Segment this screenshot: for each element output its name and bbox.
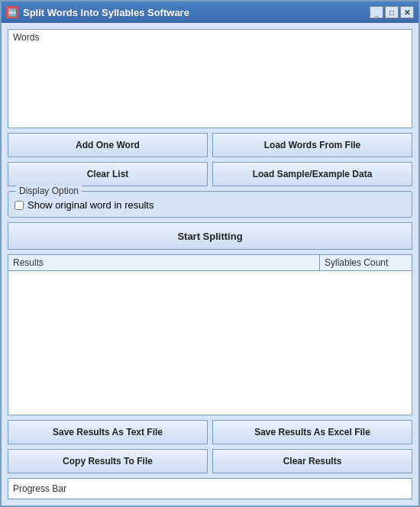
display-option-legend: Display Option — [16, 186, 82, 196]
words-input[interactable] — [8, 30, 412, 128]
copy-results-button[interactable]: Copy Results To File — [8, 449, 208, 473]
buttons-row-3: Save Results As Text File Save Results A… — [8, 420, 412, 444]
results-col-header: Results — [8, 255, 320, 270]
save-results-excel-button[interactable]: Save Results As Excel File — [212, 420, 412, 444]
close-button[interactable]: ✕ — [400, 6, 414, 18]
buttons-row-1: Add One Word Load Words From File — [8, 133, 412, 157]
display-option-group: Display Option Show original word in res… — [8, 191, 412, 218]
title-bar: 🔤 Split Words Into Syllables Software _ … — [2, 2, 418, 23]
app-icon: 🔤 — [6, 6, 18, 18]
minimize-button[interactable]: _ — [370, 6, 383, 18]
main-window: 🔤 Split Words Into Syllables Software _ … — [0, 0, 420, 507]
progress-bar-section: Progress Bar — [8, 478, 412, 499]
buttons-row-2: Clear List Load Sample/Example Data — [8, 162, 412, 186]
syllables-col-header: Syllables Count — [320, 255, 412, 270]
restore-button[interactable]: □ — [385, 6, 399, 18]
window-controls: _ □ ✕ — [370, 6, 414, 18]
show-original-word-label: Show original word in results — [27, 199, 153, 211]
content-area: Words Add One Word Load Words From File … — [2, 23, 418, 505]
progress-bar-label: Progress Bar — [13, 483, 66, 494]
clear-results-button[interactable]: Clear Results — [212, 449, 412, 473]
results-panel: Results Syllables Count — [8, 254, 412, 415]
results-header: Results Syllables Count — [8, 255, 412, 271]
load-sample-button[interactable]: Load Sample/Example Data — [212, 162, 412, 186]
results-body[interactable] — [8, 271, 412, 415]
load-words-from-file-button[interactable]: Load Words From File — [212, 133, 412, 157]
start-splitting-button[interactable]: Start Splitting — [8, 222, 412, 250]
words-panel: Words — [8, 29, 412, 128]
window-title: Split Words Into Syllables Software — [23, 7, 370, 18]
buttons-row-4: Copy Results To File Clear Results — [8, 449, 412, 473]
show-original-word-checkbox[interactable] — [15, 201, 24, 210]
save-results-text-button[interactable]: Save Results As Text File — [8, 420, 208, 444]
add-one-word-button[interactable]: Add One Word — [8, 133, 208, 157]
words-panel-label: Words — [13, 32, 39, 43]
clear-list-button[interactable]: Clear List — [8, 162, 208, 186]
show-original-word-row: Show original word in results — [15, 199, 405, 211]
